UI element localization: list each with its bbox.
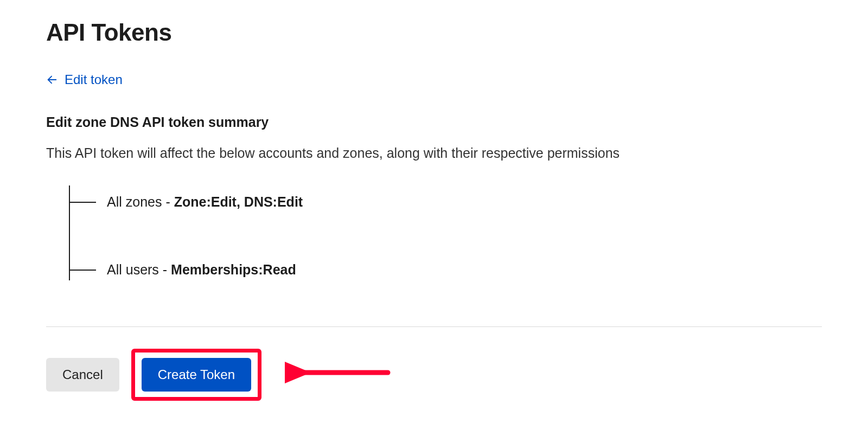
permission-item: All zones - Zone:Edit, DNS:Edit [69,185,822,218]
page-title: API Tokens [46,19,822,46]
permission-list: Zone:Edit, DNS:Edit [174,194,303,209]
create-token-button[interactable]: Create Token [142,358,251,392]
cancel-button[interactable]: Cancel [46,358,119,392]
action-bar: Cancel Create Token [46,349,822,401]
permission-item: All users - Memberships:Read [69,253,822,286]
summary-description: This API token will affect the below acc… [46,145,822,161]
section-divider [46,326,822,327]
back-edit-token-link[interactable]: Edit token [46,72,123,87]
permission-scope: All users [107,262,159,277]
summary-heading: Edit zone DNS API token summary [46,114,822,130]
permissions-tree: All zones - Zone:Edit, DNS:Edit All user… [69,185,822,297]
arrow-left-icon [46,74,58,86]
permission-list: Memberships:Read [171,262,296,277]
back-link-label: Edit token [65,72,123,87]
highlight-annotation: Create Token [131,349,261,401]
permission-scope: All zones [107,194,162,209]
